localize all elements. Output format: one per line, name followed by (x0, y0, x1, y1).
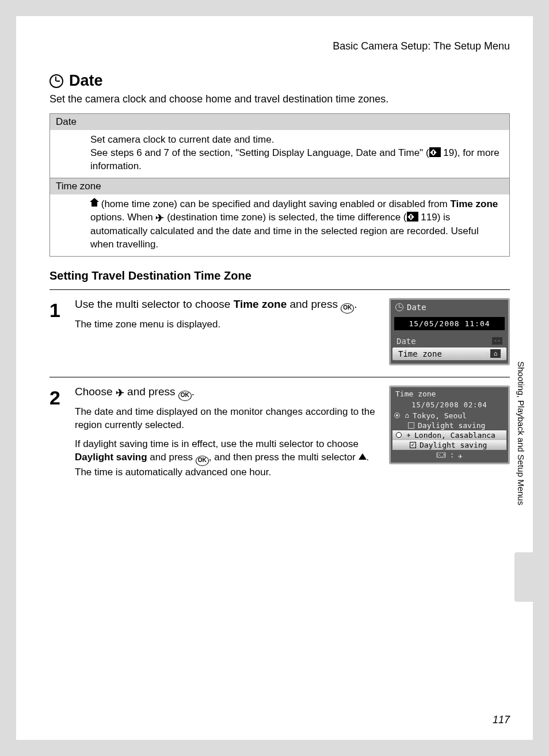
intro-text: Set the camera clock and choose home and… (49, 93, 510, 105)
header-title: Basic Camera Setup: The Setup Menu (49, 40, 510, 52)
plane-icon: ✈ (458, 452, 463, 460)
dest-zone-row-selected: ✈ London, Casablanca (392, 430, 506, 440)
step-text: The time zone menu is displayed. (75, 318, 383, 331)
home-zone-row: ⌂ Tokyo, Seoul (391, 411, 508, 421)
step-2: 2 Choose ✈ and press OK. The date and ti… (49, 377, 510, 497)
radio-selected-icon (394, 413, 400, 418)
home-icon: ⌂ (402, 411, 411, 419)
daylight-saving-row-selected: ✓ Daylight saving (392, 440, 506, 450)
step-body: Use the multi selector to choose Time zo… (75, 298, 389, 365)
table-row: Date Set camera clock to current date an… (50, 114, 509, 178)
option-body-timezone: (home time zone) can be specified and da… (50, 194, 509, 256)
sidebar-tab (514, 552, 533, 602)
step-number: 1 (49, 298, 75, 365)
step-text: If daylight saving time is in effect, us… (75, 438, 383, 479)
clock-icon (49, 74, 63, 88)
options-table: Date Set camera clock to current date an… (49, 113, 510, 257)
option-head-timezone: Time zone (50, 178, 509, 194)
step-number: 2 (49, 385, 75, 485)
chevron-right-icon: ▷ (486, 350, 490, 358)
ok-button-icon: OK (178, 391, 192, 401)
ok-button-icon: OK (196, 456, 209, 466)
ok-chip-icon: OK (436, 452, 446, 458)
table-row: Time zone (home time zone) can be specif… (50, 178, 509, 256)
heading-text: Date (69, 72, 103, 90)
option-body-date: Set camera clock to current date and tim… (50, 130, 509, 178)
up-arrow-icon (359, 453, 367, 460)
step-body: Choose ✈ and press OK. The date and time… (75, 385, 389, 485)
camera-screen-timezone: Time zone 15/05/2008 02:04 ⌂ Tokyo, Seou… (389, 385, 510, 485)
screen-datetime: 15/05/2008 11:04 (394, 317, 505, 330)
home-icon (90, 200, 98, 207)
camera-screen-date: Date 15/05/2008 11:04 Date -- Time zone … (389, 298, 510, 365)
step-title: Use the multi selector to choose Time zo… (75, 298, 383, 314)
plane-icon: ✈ (155, 211, 164, 225)
section-title: Setting Travel Destination Time Zone (49, 269, 510, 282)
screen-titlebar: Date (391, 300, 508, 315)
screen-row-date: Date -- (391, 335, 508, 348)
manual-page: Basic Camera Setup: The Setup Menu Date … (16, 16, 533, 740)
step-title: Choose ✈ and press OK. (75, 385, 383, 401)
step-text: The date and time displayed on the monit… (75, 406, 383, 432)
screen-row-timezone-selected: Time zone ▷ ⌂ (392, 348, 506, 360)
screen-datetime: 15/05/2008 02:04 (391, 400, 508, 411)
ok-button-icon: OK (341, 303, 354, 314)
sidebar-section-label: Shooting, Playback and Setup Menus (516, 361, 526, 505)
dash-icon: -- (492, 337, 502, 345)
screen-footer: OK : ✈ (391, 450, 508, 463)
daylight-saving-row: Daylight saving (391, 421, 508, 430)
screen-titlebar: Time zone (391, 387, 508, 400)
step-1: 1 Use the multi selector to choose Time … (49, 289, 510, 377)
reference-icon (407, 212, 418, 222)
plane-icon: ✈ (116, 387, 124, 399)
plane-icon: ✈ (404, 431, 413, 439)
page-heading: Date (49, 72, 510, 90)
clock-icon (395, 303, 403, 311)
home-icon: ⌂ (490, 349, 501, 358)
radio-icon (396, 432, 402, 438)
reference-icon (429, 147, 441, 157)
page-number: 117 (493, 714, 510, 726)
checkbox-empty-icon (408, 422, 414, 429)
option-head-date: Date (50, 114, 509, 130)
checkbox-checked-icon: ✓ (410, 442, 416, 448)
